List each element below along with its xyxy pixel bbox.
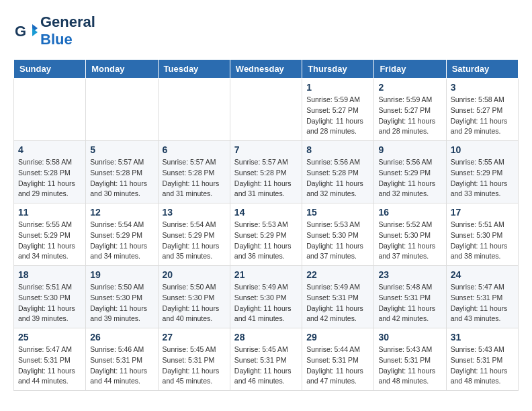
calendar-cell: 28Sunrise: 5:45 AM Sunset: 5:31 PM Dayli… [230,328,302,391]
day-info: Sunrise: 5:54 AM Sunset: 5:29 PM Dayligh… [163,220,226,262]
calendar-cell: 3Sunrise: 5:58 AM Sunset: 5:27 PM Daylig… [446,79,518,141]
page-header: G General Blue [13,13,519,48]
day-info: Sunrise: 5:59 AM Sunset: 5:27 PM Dayligh… [306,95,369,137]
day-number: 28 [234,332,298,342]
day-number: 18 [18,269,81,280]
day-info: Sunrise: 5:47 AM Sunset: 5:31 PM Dayligh… [18,345,81,387]
calendar-table: SundayMondayTuesdayWednesdayThursdayFrid… [13,59,519,391]
day-info: Sunrise: 5:43 AM Sunset: 5:31 PM Dayligh… [451,345,514,387]
day-number: 29 [306,332,369,342]
calendar-cell: 16Sunrise: 5:52 AM Sunset: 5:30 PM Dayli… [374,203,446,266]
calendar-cell: 29Sunrise: 5:44 AM Sunset: 5:31 PM Dayli… [302,328,374,391]
day-number: 2 [378,82,441,93]
day-number: 19 [90,269,153,280]
day-number: 22 [306,269,369,280]
calendar-cell: 2Sunrise: 5:59 AM Sunset: 5:27 PM Daylig… [374,79,446,141]
svg-text:G: G [15,23,26,40]
day-number: 1 [306,82,369,93]
day-info: Sunrise: 5:46 AM Sunset: 5:31 PM Dayligh… [90,345,153,387]
calendar-cell: 31Sunrise: 5:43 AM Sunset: 5:31 PM Dayli… [446,328,518,391]
day-info: Sunrise: 5:44 AM Sunset: 5:31 PM Dayligh… [306,345,369,387]
day-info: Sunrise: 5:57 AM Sunset: 5:28 PM Dayligh… [163,157,226,199]
day-info: Sunrise: 5:59 AM Sunset: 5:27 PM Dayligh… [378,95,441,137]
calendar-cell: 12Sunrise: 5:54 AM Sunset: 5:29 PM Dayli… [86,203,158,266]
day-number: 14 [234,207,298,218]
calendar-cell: 25Sunrise: 5:47 AM Sunset: 5:31 PM Dayli… [14,328,86,391]
day-number: 11 [18,207,81,218]
day-info: Sunrise: 5:50 AM Sunset: 5:30 PM Dayligh… [90,282,153,324]
day-info: Sunrise: 5:56 AM Sunset: 5:29 PM Dayligh… [378,157,441,199]
calendar-cell: 6Sunrise: 5:57 AM Sunset: 5:28 PM Daylig… [158,141,230,203]
day-info: Sunrise: 5:50 AM Sunset: 5:30 PM Dayligh… [163,282,226,324]
day-info: Sunrise: 5:51 AM Sunset: 5:30 PM Dayligh… [18,282,81,324]
day-info: Sunrise: 5:54 AM Sunset: 5:29 PM Dayligh… [90,220,153,262]
day-info: Sunrise: 5:51 AM Sunset: 5:30 PM Dayligh… [451,220,514,262]
calendar-cell: 4Sunrise: 5:58 AM Sunset: 5:28 PM Daylig… [14,141,86,203]
calendar-cell: 19Sunrise: 5:50 AM Sunset: 5:30 PM Dayli… [86,266,158,328]
day-number: 7 [234,144,298,155]
day-number: 21 [234,269,298,280]
day-number: 30 [378,332,441,342]
day-number: 5 [90,144,153,155]
calendar-cell [86,79,158,141]
day-number: 31 [451,332,514,342]
day-number: 16 [378,207,441,218]
day-number: 25 [18,332,81,342]
day-number: 4 [18,144,81,155]
day-info: Sunrise: 5:58 AM Sunset: 5:28 PM Dayligh… [18,157,81,199]
calendar-cell: 1Sunrise: 5:59 AM Sunset: 5:27 PM Daylig… [302,79,374,141]
weekday-header-friday: Friday [374,60,446,79]
calendar-cell: 11Sunrise: 5:55 AM Sunset: 5:29 PM Dayli… [14,203,86,266]
calendar-cell: 20Sunrise: 5:50 AM Sunset: 5:30 PM Dayli… [158,266,230,328]
logo: G General Blue [13,13,95,48]
calendar-cell [14,79,86,141]
calendar-cell [158,79,230,141]
day-number: 17 [451,207,514,218]
calendar-cell: 27Sunrise: 5:45 AM Sunset: 5:31 PM Dayli… [158,328,230,391]
day-info: Sunrise: 5:57 AM Sunset: 5:28 PM Dayligh… [90,157,153,199]
day-number: 12 [90,207,153,218]
calendar-cell: 17Sunrise: 5:51 AM Sunset: 5:30 PM Dayli… [446,203,518,266]
day-info: Sunrise: 5:49 AM Sunset: 5:30 PM Dayligh… [234,282,298,324]
day-info: Sunrise: 5:58 AM Sunset: 5:27 PM Dayligh… [451,95,514,137]
weekday-header-thursday: Thursday [302,60,374,79]
day-info: Sunrise: 5:48 AM Sunset: 5:31 PM Dayligh… [378,282,441,324]
day-number: 24 [451,269,514,280]
calendar-cell: 23Sunrise: 5:48 AM Sunset: 5:31 PM Dayli… [374,266,446,328]
calendar-cell: 9Sunrise: 5:56 AM Sunset: 5:29 PM Daylig… [374,141,446,203]
day-info: Sunrise: 5:45 AM Sunset: 5:31 PM Dayligh… [234,345,298,387]
calendar-cell: 15Sunrise: 5:53 AM Sunset: 5:30 PM Dayli… [302,203,374,266]
logo-blue: Blue [40,31,73,48]
day-number: 9 [378,144,441,155]
day-info: Sunrise: 5:53 AM Sunset: 5:30 PM Dayligh… [306,220,369,262]
day-info: Sunrise: 5:55 AM Sunset: 5:29 PM Dayligh… [451,157,514,199]
calendar-cell: 10Sunrise: 5:55 AM Sunset: 5:29 PM Dayli… [446,141,518,203]
calendar-cell: 8Sunrise: 5:56 AM Sunset: 5:28 PM Daylig… [302,141,374,203]
calendar-cell: 30Sunrise: 5:43 AM Sunset: 5:31 PM Dayli… [374,328,446,391]
calendar-cell: 22Sunrise: 5:49 AM Sunset: 5:31 PM Dayli… [302,266,374,328]
day-number: 20 [163,269,226,280]
weekday-header-sunday: Sunday [14,60,86,79]
calendar-cell: 14Sunrise: 5:53 AM Sunset: 5:29 PM Dayli… [230,203,302,266]
weekday-header-monday: Monday [86,60,158,79]
calendar-cell [230,79,302,141]
day-info: Sunrise: 5:57 AM Sunset: 5:28 PM Dayligh… [234,157,298,199]
calendar-cell: 5Sunrise: 5:57 AM Sunset: 5:28 PM Daylig… [86,141,158,203]
calendar-cell: 7Sunrise: 5:57 AM Sunset: 5:28 PM Daylig… [230,141,302,203]
day-number: 27 [163,332,226,342]
calendar-cell: 26Sunrise: 5:46 AM Sunset: 5:31 PM Dayli… [86,328,158,391]
day-info: Sunrise: 5:53 AM Sunset: 5:29 PM Dayligh… [234,220,298,262]
day-info: Sunrise: 5:47 AM Sunset: 5:31 PM Dayligh… [451,282,514,324]
day-info: Sunrise: 5:56 AM Sunset: 5:28 PM Dayligh… [306,157,369,199]
calendar-cell: 18Sunrise: 5:51 AM Sunset: 5:30 PM Dayli… [14,266,86,328]
calendar-cell: 13Sunrise: 5:54 AM Sunset: 5:29 PM Dayli… [158,203,230,266]
day-number: 15 [306,207,369,218]
day-info: Sunrise: 5:52 AM Sunset: 5:30 PM Dayligh… [378,220,441,262]
day-info: Sunrise: 5:55 AM Sunset: 5:29 PM Dayligh… [18,220,81,262]
weekday-header-tuesday: Tuesday [158,60,230,79]
day-number: 10 [451,144,514,155]
day-number: 8 [306,144,369,155]
day-number: 3 [451,82,514,93]
day-number: 13 [163,207,226,218]
weekday-header-saturday: Saturday [446,60,518,79]
